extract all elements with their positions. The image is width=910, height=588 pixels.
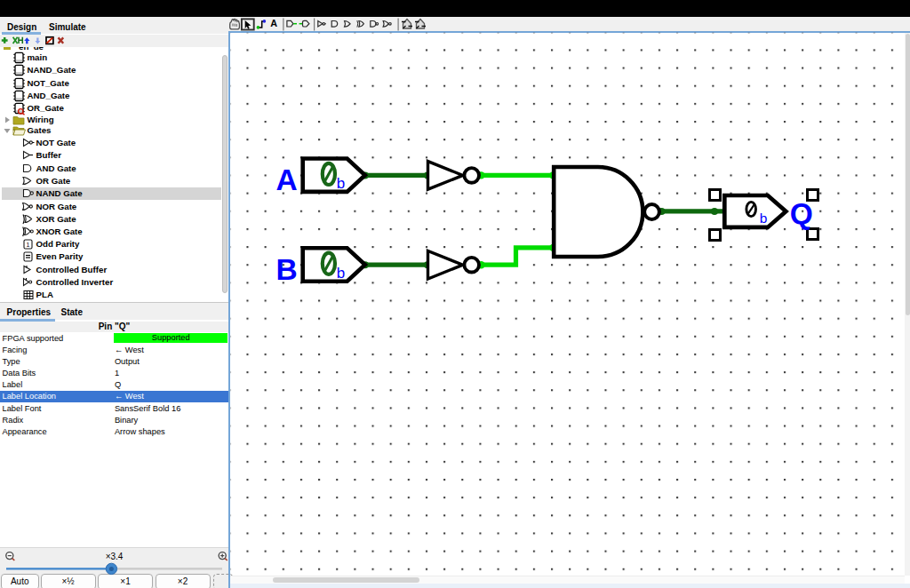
svg-text:Q: Q [790, 197, 813, 230]
svg-text:B: B [276, 253, 298, 286]
svg-text:A: A [270, 18, 277, 28]
svg-text:b: b [760, 211, 768, 226]
svg-text:b: b [337, 265, 345, 282]
svg-text:A: A [276, 163, 298, 196]
svg-text:b: b [337, 175, 345, 192]
